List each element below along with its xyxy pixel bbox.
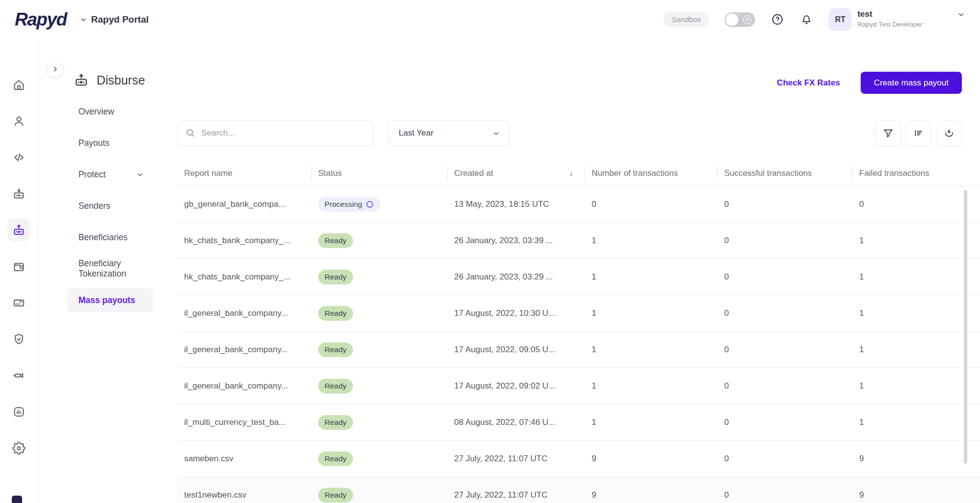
successful-cell: 0 [717, 186, 852, 222]
rail-item-collect[interactable] [7, 182, 30, 205]
rail-item-card-issuing[interactable] [7, 291, 30, 314]
help-button[interactable] [771, 13, 784, 26]
search-input[interactable] [177, 120, 374, 146]
rail-item-integrations[interactable] [7, 364, 30, 387]
report-name-cell: hk_chats_bank_company_... [177, 259, 311, 295]
filter-button[interactable] [875, 120, 901, 146]
bell-icon [800, 13, 813, 26]
download-icon [943, 127, 955, 139]
status-cell: Ready [311, 477, 447, 503]
secondary-nav-item[interactable]: Beneficiaries [67, 225, 153, 249]
secondary-nav-item[interactable]: Protect [67, 163, 153, 186]
date-range-select[interactable]: Last Year [388, 120, 510, 146]
rail-item-wallet[interactable] [7, 255, 30, 278]
table-row[interactable]: il_general_bank_company... Ready 17 Augu… [177, 295, 980, 332]
table-row[interactable]: sameben.csv Ready 27 July, 2022, 11:07 U… [177, 441, 980, 477]
secondary-nav: Disburse Overview Payouts Protect Sender… [38, 39, 155, 503]
table-row[interactable]: test1newben.csv Ready 27 July, 2022, 11:… [177, 477, 980, 503]
successful-cell: 0 [717, 441, 852, 476]
rail-item-contacts[interactable] [7, 110, 30, 132]
nav-item-label: Protect [79, 169, 106, 180]
secondary-nav-item[interactable]: Mass payouts [67, 288, 153, 312]
status-badge: Ready [318, 488, 353, 503]
download-button[interactable] [936, 120, 962, 146]
sort-icon [913, 127, 925, 139]
status-badge: Ready [318, 233, 353, 248]
section-title: Disburse [74, 72, 155, 88]
table-row[interactable]: gb_general_bank_compa... Processing 13 M… [177, 186, 980, 223]
created-at-cell: 26 January, 2023, 03:29 ... [447, 259, 585, 295]
failed-cell: 9 [852, 441, 980, 476]
create-mass-payout-button[interactable]: Create mass payout [861, 72, 962, 94]
rail-item-settings[interactable] [7, 437, 30, 459]
chevron-down-icon [492, 129, 500, 138]
failed-cell: 1 [852, 223, 980, 258]
user-name: test [857, 9, 923, 19]
secondary-nav-item[interactable]: Beneficiary Tokenization [67, 257, 153, 280]
created-at-cell: 13 May, 2023, 18:15 UTC [447, 186, 585, 222]
code-icon [12, 151, 26, 164]
transactions-cell: 0 [585, 186, 717, 222]
table-row[interactable]: il_multi_currency_test_ba... Ready 08 Au… [177, 404, 980, 441]
column-header[interactable]: Report name [177, 161, 311, 186]
nav-item-label: Payouts [79, 138, 109, 148]
user-menu[interactable]: RT test Rapyd Test Developer [829, 8, 965, 31]
failed-cell: 1 [852, 332, 980, 367]
portal-switcher[interactable]: Rapyd Portal [80, 14, 149, 25]
check-fx-rates-link[interactable]: Check FX Rates [777, 78, 840, 88]
rail-item-verify[interactable] [7, 328, 30, 350]
status-badge: Ready [318, 379, 353, 393]
transactions-cell: 1 [585, 295, 717, 331]
sandbox-badge: Sandbox [663, 12, 709, 27]
sandbox-toggle[interactable]: ✕ [725, 12, 755, 27]
successful-cell: 0 [717, 259, 852, 295]
section-title-label: Disburse [97, 73, 145, 87]
status-badge: Ready [318, 270, 353, 284]
rail-item-home[interactable] [7, 73, 30, 96]
report-name-cell: test1newben.csv [177, 477, 311, 503]
successful-cell: 0 [717, 223, 852, 258]
created-at-cell: 26 January, 2023, 03:39 ... [447, 223, 585, 258]
expand-sidebar-button[interactable] [46, 60, 64, 78]
report-name-cell: il_general_bank_company... [177, 368, 311, 404]
rail-item-developers[interactable] [7, 146, 30, 168]
column-header[interactable]: Successful transactions [717, 161, 852, 186]
failed-cell: 1 [852, 295, 980, 331]
table-row[interactable]: il_general_bank_company... Ready 17 Augu… [177, 332, 980, 368]
filter-icon [882, 127, 894, 139]
status-cell: Ready [311, 259, 447, 295]
avatar: RT [829, 8, 851, 31]
secondary-nav-item[interactable]: Senders [67, 194, 153, 218]
secondary-nav-item[interactable]: Payouts [67, 131, 153, 155]
report-name-cell: il_multi_currency_test_ba... [177, 404, 311, 440]
gear-icon [12, 442, 26, 455]
transactions-cell: 1 [585, 332, 717, 367]
nav-item-label: Mass payouts [79, 295, 136, 306]
rail-item-analytics[interactable] [7, 400, 30, 423]
table-row[interactable]: hk_chats_bank_company_... Ready 26 Janua… [177, 223, 980, 259]
rail-item-disburse[interactable] [7, 219, 30, 241]
failed-cell: 1 [852, 259, 980, 295]
top-bar: Rapyd Rapyd Portal Sandbox ✕ RT [0, 0, 980, 39]
transactions-cell: 9 [585, 441, 717, 476]
date-range-value: Last Year [399, 128, 434, 138]
column-header[interactable]: Failed transactions [852, 161, 980, 186]
column-header[interactable]: Created at↓ [447, 161, 585, 186]
toggle-knob [726, 13, 738, 26]
rapyd-logo: Rapyd [15, 9, 67, 30]
sort-descending-icon: ↓ [569, 169, 573, 178]
column-header[interactable]: Status [311, 161, 447, 186]
table-row[interactable]: hk_chats_bank_company_... Ready 26 Janua… [177, 259, 980, 295]
status-cell: Ready [311, 332, 447, 367]
table-scrollbar[interactable] [964, 190, 967, 464]
table-row[interactable]: il_general_bank_company... Ready 17 Augu… [177, 368, 980, 404]
nav-item-label: Beneficiary Tokenization [79, 258, 144, 279]
portal-label: Rapyd Portal [91, 14, 149, 25]
failed-cell: 1 [852, 404, 980, 440]
bottom-left-widget [12, 496, 22, 503]
sort-button[interactable] [906, 120, 931, 146]
column-header[interactable]: Number of transactions [585, 161, 717, 186]
notifications-button[interactable] [800, 13, 813, 26]
secondary-nav-item[interactable]: Overview [67, 100, 153, 123]
rapyd-portal-page: Rapyd Rapyd Portal Sandbox ✕ RT [0, 0, 980, 503]
